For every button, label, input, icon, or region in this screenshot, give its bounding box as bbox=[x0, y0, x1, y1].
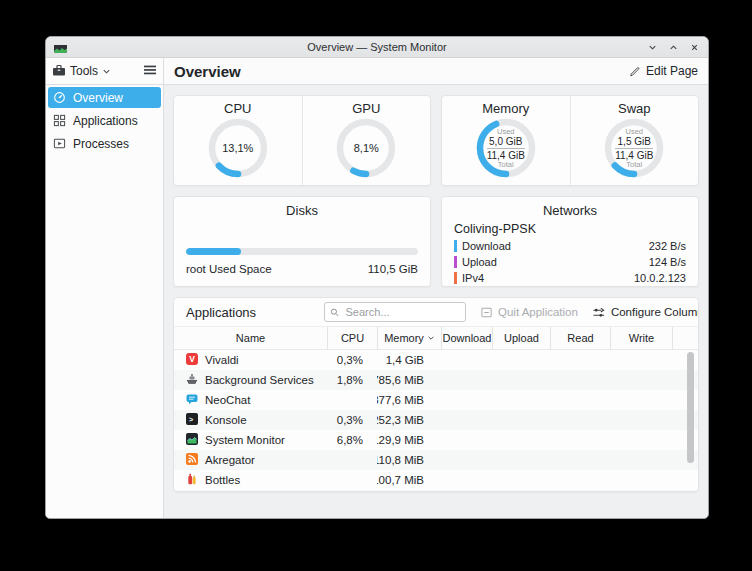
app-upload bbox=[492, 430, 550, 450]
swap-used-value: 1,5 GiB bbox=[618, 136, 651, 147]
gpu-title: GPU bbox=[352, 101, 380, 116]
table-row[interactable]: Background Services1,8%785,6 MiB bbox=[174, 370, 698, 390]
app-name: NeoChat bbox=[205, 394, 250, 406]
gpu-gauge: GPU 8,1% bbox=[302, 96, 431, 185]
app-name: Vivaldi bbox=[205, 354, 239, 366]
table-header-row: NameCPUMemoryDownloadUploadReadWrite bbox=[174, 327, 698, 350]
column-header-name[interactable]: Name bbox=[174, 327, 327, 349]
app-icon-wrap: V bbox=[186, 353, 198, 367]
network-rows: Download 232 B/s Upload 124 B/s IPv4 10.… bbox=[454, 236, 686, 284]
app-cpu bbox=[327, 450, 377, 470]
sidebar-item-label: Applications bbox=[73, 114, 138, 128]
app-download bbox=[441, 490, 492, 491]
svg-text:>: > bbox=[189, 416, 193, 424]
app-download bbox=[441, 410, 492, 430]
chevron-down-icon bbox=[102, 67, 111, 76]
column-header-label: CPU bbox=[341, 332, 364, 344]
app-icon-wrap bbox=[186, 473, 198, 487]
app-read bbox=[550, 350, 610, 370]
app-icon-wrap bbox=[186, 433, 198, 447]
app-icon-wrap bbox=[186, 373, 198, 387]
system-monitor-icon bbox=[186, 433, 198, 445]
app-write bbox=[610, 470, 672, 490]
titlebar[interactable]: Overview — System Monitor bbox=[46, 37, 708, 58]
app-write bbox=[610, 450, 672, 470]
network-interface-name: Coliving-PPSK bbox=[454, 222, 686, 236]
app-read bbox=[550, 410, 610, 430]
networks-title: Networks bbox=[454, 203, 686, 218]
app-read bbox=[550, 390, 610, 410]
vivaldi-icon: V bbox=[186, 353, 198, 365]
quit-application-button[interactable]: Quit Application bbox=[480, 306, 578, 319]
cpu-value: 13,1% bbox=[222, 142, 253, 154]
edit-page-button[interactable]: Edit Page bbox=[628, 64, 698, 78]
memory-title: Memory bbox=[482, 101, 529, 116]
app-spacer bbox=[672, 410, 698, 430]
app-spacer bbox=[672, 450, 698, 470]
app-download bbox=[441, 470, 492, 490]
search-box[interactable] bbox=[324, 302, 466, 322]
app-memory: 110,8 MiB bbox=[377, 450, 441, 470]
app-spacer bbox=[672, 390, 698, 410]
table-row[interactable]: VVivaldi0,3%1,4 GiB bbox=[174, 350, 698, 370]
maximize-button[interactable] bbox=[668, 42, 679, 53]
search-input[interactable] bbox=[344, 305, 460, 319]
table-row[interactable]: NeoChat377,6 MiB bbox=[174, 390, 698, 410]
quit-application-label: Quit Application bbox=[498, 306, 578, 318]
cpu-gpu-card: CPU 13,1% GPU bbox=[173, 95, 431, 186]
overview-icon bbox=[53, 91, 66, 104]
memory-used-caption: Used bbox=[497, 128, 515, 136]
applications-title: Applications bbox=[186, 305, 310, 320]
table-row[interactable]: Akregator110,8 MiB bbox=[174, 450, 698, 470]
configure-columns-button[interactable]: Configure Columns... bbox=[592, 306, 699, 319]
cpu-title: CPU bbox=[224, 101, 251, 116]
sidebar-item-overview[interactable]: Overview bbox=[48, 87, 161, 108]
app-write bbox=[610, 370, 672, 390]
app-download bbox=[441, 430, 492, 450]
table-row[interactable]: Bottles100,7 MiB bbox=[174, 470, 698, 490]
app-spacer bbox=[672, 370, 698, 390]
app-download bbox=[441, 450, 492, 470]
toolbox-icon bbox=[52, 64, 66, 79]
app-memory: 252,3 MiB bbox=[377, 410, 441, 430]
sidebar-item-label: Processes bbox=[73, 137, 129, 151]
app-download bbox=[441, 390, 492, 410]
table-row[interactable]: >Konsole0,3%252,3 MiB bbox=[174, 410, 698, 430]
pencil-icon bbox=[628, 65, 641, 78]
disk-value: 110,5 GiB bbox=[368, 263, 418, 275]
close-button[interactable] bbox=[689, 42, 700, 53]
app-spacer bbox=[672, 490, 698, 491]
disk-usage-bar bbox=[186, 248, 418, 255]
edit-page-label: Edit Page bbox=[646, 64, 698, 78]
app-read bbox=[550, 450, 610, 470]
app-name: Background Services bbox=[205, 374, 314, 386]
svg-text:V: V bbox=[189, 354, 195, 364]
column-header-memory[interactable]: Memory bbox=[377, 327, 441, 349]
column-header-download[interactable]: Download bbox=[441, 327, 492, 349]
column-header-label: Memory bbox=[384, 332, 424, 344]
configure-columns-label: Configure Columns... bbox=[611, 306, 699, 318]
toolbar-left: Tools bbox=[46, 58, 164, 84]
sidebar-item-applications[interactable]: Applications bbox=[48, 110, 161, 131]
app-memory: 100,7 MiB bbox=[377, 470, 441, 490]
table-row[interactable]: System Settings75,8 MiB bbox=[174, 490, 698, 491]
sidebar-nav: OverviewApplicationsProcesses bbox=[48, 87, 161, 154]
app-cpu bbox=[327, 470, 377, 490]
applications-card: Applications Quit Application Configure … bbox=[173, 297, 699, 492]
bottles-icon bbox=[186, 473, 198, 485]
table-row[interactable]: System Monitor6,8%129,9 MiB bbox=[174, 430, 698, 450]
column-header-write[interactable]: Write bbox=[610, 327, 672, 349]
column-header-upload[interactable]: Upload bbox=[492, 327, 550, 349]
hamburger-menu-button[interactable] bbox=[143, 62, 157, 80]
sidebar-item-processes[interactable]: Processes bbox=[48, 133, 161, 154]
tools-menu-button[interactable]: Tools bbox=[52, 64, 111, 79]
vertical-scrollbar[interactable] bbox=[687, 352, 694, 463]
column-header-label: Download bbox=[443, 332, 492, 344]
minimize-button[interactable] bbox=[647, 42, 658, 53]
legend-color-chip bbox=[454, 256, 457, 268]
app-write bbox=[610, 430, 672, 450]
column-header-cpu[interactable]: CPU bbox=[327, 327, 377, 349]
quit-application-icon bbox=[480, 306, 493, 319]
column-header-read[interactable]: Read bbox=[550, 327, 610, 349]
background-services-icon bbox=[186, 373, 198, 385]
